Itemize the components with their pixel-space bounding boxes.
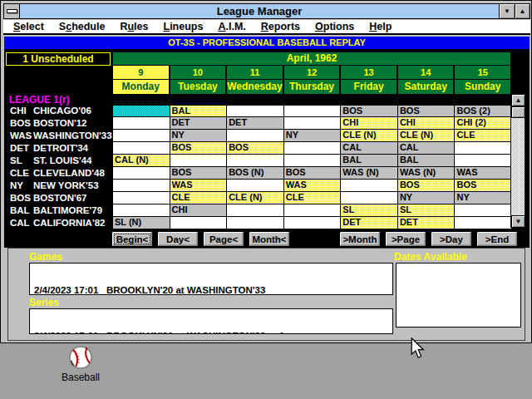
schedule-cell[interactable]: BOS bbox=[284, 167, 342, 180]
schedule-cell[interactable]: BOS (2) bbox=[455, 105, 512, 117]
schedule-cell[interactable] bbox=[341, 192, 398, 204]
nav-button-month[interactable]: >Month bbox=[339, 231, 381, 247]
schedule-cell[interactable]: WAS bbox=[284, 180, 342, 192]
day-name-saturday[interactable]: Saturday bbox=[398, 80, 456, 94]
schedule-cell[interactable] bbox=[455, 204, 512, 217]
day-number-thursday[interactable]: 12 bbox=[284, 66, 342, 79]
schedule-cell[interactable] bbox=[227, 180, 284, 192]
schedule-cell[interactable]: NY bbox=[170, 130, 228, 142]
schedule-cell[interactable]: CAL bbox=[341, 142, 398, 155]
nav-button-day[interactable]: Day< bbox=[157, 231, 199, 247]
schedule-cell[interactable]: CHI bbox=[398, 117, 456, 130]
schedule-cell[interactable] bbox=[113, 130, 170, 142]
schedule-cell[interactable]: BOS bbox=[398, 180, 456, 192]
schedule-cell[interactable] bbox=[227, 130, 284, 142]
menu-rules[interactable]: Rules bbox=[120, 21, 148, 32]
day-name-thursday[interactable]: Thursday bbox=[284, 80, 342, 94]
schedule-cell[interactable]: CHI bbox=[170, 204, 228, 217]
day-name-wednesday[interactable]: Wednesday bbox=[227, 80, 284, 94]
schedule-cell[interactable] bbox=[113, 167, 170, 180]
schedule-cell[interactable]: SL bbox=[341, 204, 398, 217]
schedule-cell[interactable] bbox=[170, 217, 228, 229]
baseball-program-icon[interactable] bbox=[67, 344, 94, 371]
day-name-monday[interactable]: Monday bbox=[113, 80, 170, 94]
schedule-cell[interactable]: CHI bbox=[341, 117, 398, 130]
schedule-cell[interactable]: NY bbox=[398, 192, 456, 204]
day-number-wednesday[interactable]: 11 bbox=[227, 66, 284, 79]
schedule-cell[interactable]: SL (N) bbox=[113, 217, 170, 229]
nav-button-end[interactable]: >End bbox=[476, 231, 518, 247]
schedule-cell[interactable]: CLE (N) bbox=[398, 130, 456, 142]
schedule-cell[interactable]: CHI (2) bbox=[455, 117, 512, 130]
nav-button-page[interactable]: Page< bbox=[203, 231, 244, 247]
schedule-cell[interactable]: BOS bbox=[170, 142, 228, 155]
day-name-tuesday[interactable]: Tuesday bbox=[170, 80, 228, 94]
schedule-cell[interactable] bbox=[113, 192, 170, 204]
minimize-button[interactable]: ▼ bbox=[500, 4, 515, 18]
series-entry[interactable]: 2/4/2023 17:01 BROOKLYN'20 at WASHINGTON… bbox=[34, 331, 388, 334]
nav-button-day[interactable]: >Day bbox=[431, 231, 472, 247]
menu-reports[interactable]: Reports bbox=[261, 21, 300, 32]
schedule-cell[interactable]: BOS bbox=[227, 142, 284, 155]
schedule-cell[interactable]: BAL bbox=[341, 155, 398, 167]
schedule-cell[interactable] bbox=[113, 105, 170, 117]
scroll-up-button[interactable]: ▲ bbox=[511, 94, 525, 106]
nav-button-begin[interactable]: Begin< bbox=[111, 231, 153, 247]
schedule-cell[interactable] bbox=[341, 180, 398, 192]
schedule-cell[interactable]: DET bbox=[341, 217, 398, 229]
schedule-cell[interactable] bbox=[113, 180, 170, 192]
schedule-cell[interactable]: NY bbox=[455, 192, 512, 204]
schedule-cell[interactable]: CLE bbox=[455, 130, 512, 142]
schedule-cell[interactable]: BOS bbox=[170, 167, 228, 180]
schedule-cell[interactable]: WAS (N) bbox=[341, 167, 398, 180]
schedule-cell[interactable] bbox=[284, 204, 342, 217]
schedule-cell[interactable] bbox=[455, 155, 512, 167]
schedule-cell[interactable]: WAS bbox=[455, 167, 512, 180]
day-number-sunday[interactable]: 15 bbox=[455, 66, 512, 79]
schedule-cell[interactable]: BOS (N) bbox=[227, 167, 284, 180]
games-entry[interactable]: 2/4/2023 17:01 BROOKLYN'20 at WASHINGTON… bbox=[34, 285, 388, 295]
schedule-cell[interactable]: DET bbox=[170, 117, 228, 130]
vertical-scrollbar[interactable]: ▲ ▼ bbox=[510, 94, 525, 228]
schedule-cell[interactable]: BAL bbox=[398, 155, 456, 167]
scrollbar-thumb[interactable] bbox=[511, 106, 525, 118]
schedule-cell[interactable] bbox=[455, 142, 512, 155]
menu-help[interactable]: Help bbox=[369, 21, 392, 32]
schedule-cell[interactable]: BAL bbox=[170, 105, 228, 117]
menu-schedule[interactable]: Schedule bbox=[59, 21, 106, 32]
scroll-down-button[interactable]: ▼ bbox=[511, 215, 525, 228]
day-name-sunday[interactable]: Sunday bbox=[455, 80, 512, 94]
day-number-saturday[interactable]: 14 bbox=[398, 66, 456, 79]
menu-lineups[interactable]: Lineups bbox=[164, 21, 204, 32]
day-number-friday[interactable]: 13 bbox=[341, 66, 398, 79]
schedule-cell[interactable] bbox=[284, 217, 342, 229]
schedule-cell[interactable]: BOS bbox=[341, 105, 398, 117]
schedule-cell[interactable] bbox=[113, 142, 170, 155]
schedule-cell[interactable]: DET bbox=[227, 117, 284, 130]
schedule-cell[interactable]: WAS bbox=[170, 180, 228, 192]
schedule-cell[interactable]: DET bbox=[398, 217, 456, 229]
schedule-cell[interactable]: CLE (N) bbox=[227, 192, 284, 204]
nav-button-month[interactable]: Month< bbox=[249, 231, 290, 247]
schedule-cell[interactable] bbox=[227, 217, 284, 229]
schedule-cell[interactable] bbox=[113, 204, 170, 217]
menu-aim[interactable]: A.I.M. bbox=[218, 21, 245, 32]
schedule-cell[interactable]: WAS (N) bbox=[398, 167, 456, 180]
games-listbox[interactable]: 2/4/2023 17:01 BROOKLYN'20 at WASHINGTON… bbox=[29, 263, 393, 295]
schedule-cell[interactable]: SL bbox=[398, 204, 456, 217]
schedule-cell[interactable]: BOS bbox=[398, 105, 456, 117]
day-number-monday[interactable]: 9 bbox=[113, 66, 170, 79]
schedule-cell[interactable] bbox=[284, 105, 342, 117]
maximize-button[interactable]: ▲ bbox=[515, 4, 530, 18]
system-menu-button[interactable] bbox=[4, 4, 20, 18]
dates-available-listbox[interactable] bbox=[396, 263, 521, 328]
schedule-cell[interactable]: NY bbox=[284, 130, 342, 142]
schedule-cell[interactable] bbox=[227, 155, 284, 167]
schedule-cell[interactable] bbox=[284, 142, 342, 155]
schedule-cell[interactable] bbox=[284, 155, 342, 167]
schedule-cell[interactable] bbox=[455, 217, 512, 229]
schedule-cell[interactable]: CLE bbox=[170, 192, 228, 204]
series-listbox[interactable]: 2/4/2023 17:01 BROOKLYN'20 at WASHINGTON… bbox=[29, 308, 393, 334]
menu-options[interactable]: Options bbox=[315, 21, 354, 32]
schedule-cell[interactable] bbox=[227, 204, 284, 217]
